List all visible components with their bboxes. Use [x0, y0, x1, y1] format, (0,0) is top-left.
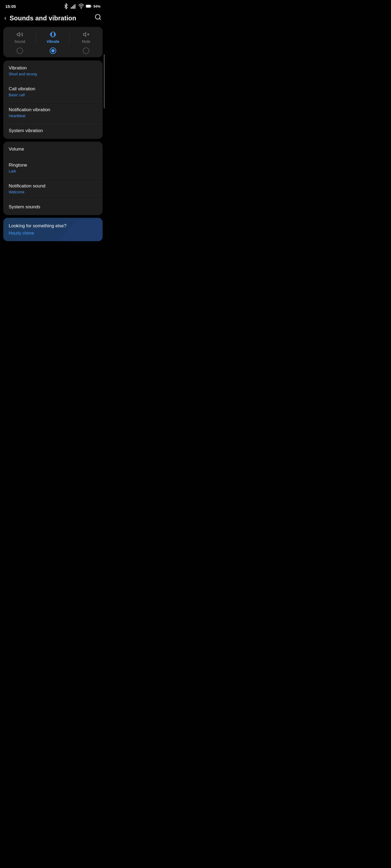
svg-point-4: [81, 8, 81, 8]
status-icons: 94%: [63, 3, 101, 9]
system-sounds-title: System sounds: [9, 204, 97, 210]
vibration-item[interactable]: Vibration Short and strong: [3, 61, 103, 82]
banner-title: Looking for something else?: [9, 223, 97, 229]
volume-title: Volume: [9, 147, 97, 152]
mode-mute[interactable]: Mute: [70, 30, 103, 45]
ringtone-subtitle: Lark: [9, 169, 97, 173]
ringtone-title: Ringtone: [9, 162, 97, 168]
svg-rect-2: [73, 5, 74, 9]
notification-vibration-title: Notification vibration: [9, 107, 97, 113]
bottom-banner: Looking for something else? Hourly chime: [3, 218, 103, 241]
svg-rect-1: [72, 6, 73, 9]
header-left: ‹ Sounds and vibration: [4, 14, 76, 22]
page-title: Sounds and vibration: [9, 14, 76, 22]
search-icon-svg: [94, 13, 102, 21]
notification-sound-title: Notification sound: [9, 183, 97, 189]
notification-sound-item[interactable]: Notification sound Welcome: [3, 179, 103, 199]
svg-line-9: [100, 19, 101, 20]
mute-mode-label: Mute: [82, 39, 90, 44]
system-vibration-title: System vibration: [9, 128, 97, 133]
hourly-chime-link[interactable]: Hourly chime: [9, 231, 97, 236]
notification-sound-subtitle: Welcome: [9, 190, 97, 194]
mode-options-row: Sound Vibrate Mute: [3, 30, 103, 45]
page-header: ‹ Sounds and vibration: [0, 11, 106, 27]
bluetooth-icon: [63, 3, 69, 9]
vibration-section: Vibration Short and strong Call vibratio…: [3, 61, 103, 139]
sound-mode-label: Sound: [14, 39, 25, 44]
svg-marker-16: [83, 33, 86, 36]
battery-percentage: 94%: [93, 4, 101, 8]
mode-radio-row: [3, 48, 103, 54]
svg-rect-6: [91, 6, 91, 7]
mute-mode-icon: [83, 31, 89, 38]
notification-vibration-item[interactable]: Notification vibration Heartbeat: [3, 102, 103, 123]
call-vibration-subtitle: Basic call: [9, 93, 97, 97]
ringtone-item[interactable]: Ringtone Lark: [3, 158, 103, 179]
svg-rect-0: [71, 7, 72, 9]
status-bar: 15:05 94%: [0, 0, 106, 11]
battery-icon: [86, 3, 92, 9]
vibrate-mode-icon: [50, 31, 56, 38]
sound-mode-icon: [17, 31, 23, 38]
signal-icon: [71, 3, 77, 9]
time-display: 15:05: [5, 4, 16, 9]
mode-selector: Sound Vibrate Mute: [3, 27, 103, 57]
svg-rect-7: [86, 5, 90, 7]
wifi-icon: [78, 3, 84, 9]
mode-vibrate[interactable]: Vibrate: [36, 30, 69, 45]
back-button[interactable]: ‹: [4, 14, 6, 22]
vibrate-mode-label: Vibrate: [47, 39, 59, 44]
vibration-title: Vibration: [9, 65, 97, 71]
vibration-subtitle: Short and strong: [9, 72, 97, 76]
mute-radio[interactable]: [83, 48, 89, 54]
search-button[interactable]: [94, 13, 102, 23]
sound-radio[interactable]: [17, 48, 23, 54]
system-vibration-item[interactable]: System vibration: [3, 123, 103, 139]
svg-marker-10: [17, 33, 20, 36]
call-vibration-title: Call vibration: [9, 86, 97, 92]
scrollbar[interactable]: [104, 54, 105, 108]
sound-section: Volume Ringtone Lark Notification sound …: [3, 142, 103, 215]
svg-point-8: [95, 14, 100, 19]
mode-sound[interactable]: Sound: [3, 30, 36, 45]
notification-vibration-subtitle: Heartbeat: [9, 114, 97, 118]
system-sounds-item[interactable]: System sounds: [3, 199, 103, 215]
vibrate-radio[interactable]: [50, 48, 56, 54]
call-vibration-item[interactable]: Call vibration Basic call: [3, 82, 103, 102]
volume-item[interactable]: Volume: [3, 142, 103, 158]
svg-rect-3: [75, 4, 76, 9]
svg-rect-13: [52, 32, 54, 37]
